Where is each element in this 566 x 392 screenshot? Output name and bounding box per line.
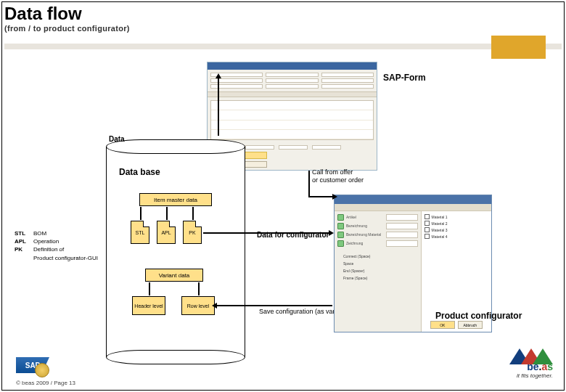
legend: STLBOM APLOperation PKDefinition of Prod… <box>15 229 98 262</box>
arrowhead-icon <box>329 230 334 236</box>
gold-partner-badge-icon <box>35 363 49 377</box>
database-title: Data base <box>119 167 160 177</box>
arrow <box>203 232 330 234</box>
arrow <box>149 282 150 295</box>
arrowhead-icon <box>212 303 217 309</box>
beas-logo: be.as it fits together. <box>469 347 553 379</box>
header-stripe <box>4 44 562 49</box>
status-icon <box>337 240 344 247</box>
footer-copyright: © beas 2009 / Page 13 <box>16 380 75 386</box>
row-level-box: Row level <box>181 296 215 315</box>
checkbox[interactable] <box>424 221 430 226</box>
arrow <box>308 196 334 197</box>
cfg-input[interactable] <box>386 223 418 229</box>
status-icon <box>337 223 344 229</box>
arrow <box>198 282 200 295</box>
arrow <box>192 207 194 220</box>
status-icon <box>337 232 344 238</box>
product-configurator-label: Product configurator <box>435 311 522 321</box>
cfg-input[interactable] <box>386 240 418 247</box>
cancel-button[interactable]: Abbruch <box>458 321 483 329</box>
ok-button[interactable]: OK <box>430 321 455 329</box>
file-pk: PK <box>183 221 202 244</box>
cfg-input[interactable] <box>386 232 418 238</box>
sap-form-titlebar <box>208 62 377 70</box>
arrow <box>308 171 310 196</box>
cfg-input[interactable] <box>386 214 418 221</box>
variant-box: Variant data <box>145 269 203 282</box>
call-text: Call from offeror customer order <box>312 168 364 184</box>
file-apl: APL <box>157 221 176 244</box>
page-subtitle: (from / to product configurator) <box>4 24 562 33</box>
header-level-box: Header level <box>132 296 165 315</box>
arrow <box>140 207 142 220</box>
checkbox[interactable] <box>424 234 430 239</box>
arrow <box>166 207 168 220</box>
arrowhead-icon <box>332 194 337 200</box>
arrow <box>216 305 332 306</box>
tree-item[interactable]: Connect (Space) <box>337 254 418 259</box>
page-title: Data flow <box>4 4 562 23</box>
file-stl: STL <box>131 221 149 244</box>
checkbox[interactable] <box>424 214 430 219</box>
item-master-box: Item master data <box>139 193 212 206</box>
checkbox[interactable] <box>424 227 430 232</box>
tree-item[interactable]: Frame (Space) <box>337 276 418 281</box>
accent-box <box>491 36 546 59</box>
tree-item[interactable]: Space <box>337 261 418 266</box>
configurator-titlebar <box>335 195 491 204</box>
tree-item[interactable]: End (Spacer) <box>337 269 418 274</box>
cylinder-label: Data <box>109 135 125 143</box>
status-icon <box>337 214 344 221</box>
sap-form-label: SAP-Form <box>383 73 426 83</box>
arrowhead-icon <box>216 73 221 78</box>
arrow <box>218 78 219 136</box>
